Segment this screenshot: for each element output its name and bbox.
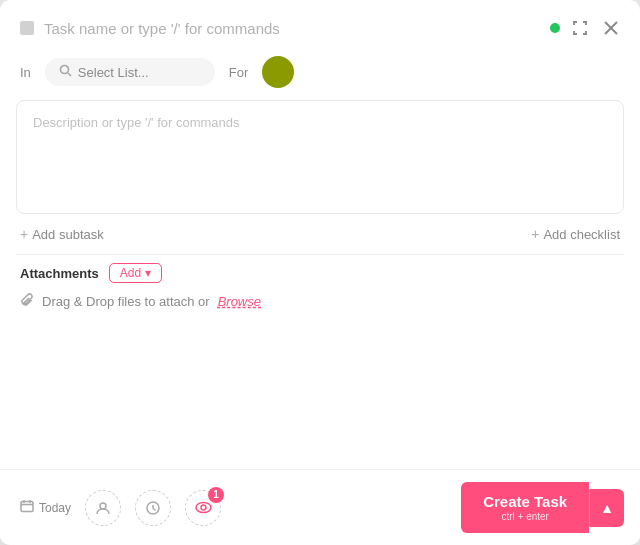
- create-task-modal: In For + Add subtask + Add checklist: [0, 0, 640, 545]
- avatar[interactable]: [262, 56, 294, 88]
- footer-left: Today: [20, 490, 221, 526]
- add-button-label: Add: [120, 266, 141, 280]
- description-area: [16, 100, 624, 214]
- svg-rect-4: [21, 502, 33, 512]
- drag-drop-row: Drag & Drop files to attach or Browse: [20, 293, 620, 310]
- search-icon: [59, 64, 72, 80]
- attachments-section: Attachments Add ▾ Drag & Drop files to a…: [0, 255, 640, 318]
- select-list-wrapper[interactable]: [45, 58, 215, 86]
- subtask-row: + Add subtask + Add checklist: [0, 214, 640, 254]
- date-picker[interactable]: Today: [20, 499, 71, 516]
- create-task-dropdown-button[interactable]: ▲: [589, 489, 624, 527]
- svg-line-3: [68, 73, 71, 76]
- in-label: In: [20, 65, 31, 80]
- drag-handle: [20, 21, 34, 35]
- plus-icon-checklist: +: [531, 226, 539, 242]
- svg-point-8: [100, 503, 106, 509]
- header-row: [0, 0, 640, 48]
- close-button[interactable]: [602, 19, 620, 37]
- spacer: [0, 318, 640, 469]
- svg-point-2: [60, 66, 68, 74]
- create-task-label: Create Task: [483, 493, 567, 510]
- add-subtask-label: Add subtask: [32, 227, 104, 242]
- create-task-button[interactable]: Create Task ctrl + enter: [461, 482, 589, 533]
- add-attachment-button[interactable]: Add ▾: [109, 263, 162, 283]
- assign-button[interactable]: [85, 490, 121, 526]
- paperclip-icon: [20, 293, 34, 310]
- add-checklist-label: Add checklist: [543, 227, 620, 242]
- description-input[interactable]: [33, 115, 607, 195]
- task-name-input[interactable]: [44, 20, 540, 37]
- attachments-label: Attachments: [20, 266, 99, 281]
- arrow-icon: ▲: [600, 500, 614, 516]
- date-label: Today: [39, 501, 71, 515]
- notification-badge: 1: [208, 487, 224, 503]
- online-status-dot: [550, 23, 560, 33]
- add-checklist-button[interactable]: + Add checklist: [531, 226, 620, 242]
- dropdown-arrow-icon: ▾: [145, 266, 151, 280]
- attachments-header: Attachments Add ▾: [20, 263, 620, 283]
- time-button[interactable]: [135, 490, 171, 526]
- select-list-input[interactable]: [78, 65, 198, 80]
- drag-drop-text: Drag & Drop files to attach or: [42, 294, 210, 309]
- svg-point-13: [201, 505, 206, 510]
- plus-icon: +: [20, 226, 28, 242]
- calendar-icon: [20, 499, 34, 516]
- in-for-row: In For: [0, 48, 640, 100]
- header-icons: [570, 18, 620, 38]
- browse-link[interactable]: Browse: [218, 294, 261, 309]
- for-label: For: [229, 65, 249, 80]
- svg-point-12: [196, 503, 211, 513]
- add-subtask-button[interactable]: + Add subtask: [20, 226, 104, 242]
- footer: Today: [0, 469, 640, 545]
- expand-button[interactable]: [570, 18, 590, 38]
- footer-right: Create Task ctrl + enter ▲: [461, 482, 624, 533]
- watch-button[interactable]: 1: [185, 490, 221, 526]
- svg-line-11: [153, 508, 156, 510]
- create-task-shortcut: ctrl + enter: [501, 511, 549, 522]
